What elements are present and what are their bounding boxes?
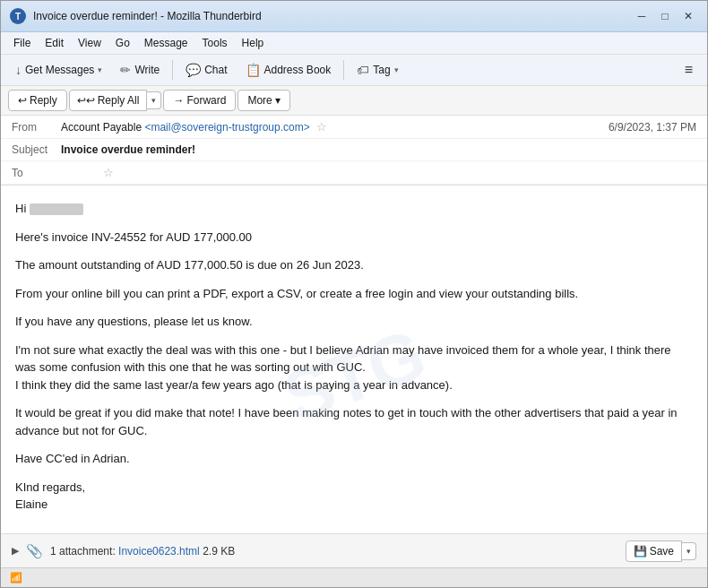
email-greeting: Hi (15, 200, 693, 218)
chat-icon: 💬 (186, 63, 201, 77)
from-star-icon[interactable]: ☆ (316, 120, 327, 134)
wifi-icon: 📶 (10, 572, 22, 584)
reply-all-button[interactable]: ↩↩ Reply All (69, 90, 148, 111)
menu-view[interactable]: View (71, 34, 108, 52)
from-value: Account Payable <mail@sovereign-trustgro… (61, 120, 609, 134)
reply-all-label: Reply All (98, 94, 140, 107)
email-signature: KInd regards,Elaine (15, 479, 693, 514)
menu-go[interactable]: Go (108, 34, 137, 52)
action-bar: ↩ Reply ↩↩ Reply All ▾ → Forward More ▾ (1, 86, 707, 116)
close-button[interactable]: ✕ (678, 6, 698, 26)
toolbar-separator-2 (343, 60, 344, 80)
more-dropdown-icon: ▾ (275, 94, 281, 107)
write-button[interactable]: ✏ Write (113, 59, 167, 81)
email-date: 6/9/2023, 1:37 PM (609, 121, 696, 134)
email-content-area: STG Hi Here's invoice INV-24552 for AUD … (1, 186, 707, 567)
menu-edit[interactable]: Edit (38, 34, 71, 52)
attachment-filename[interactable]: Invoice0623.html (118, 545, 203, 558)
forward-icon: → (173, 94, 184, 107)
attachment-paperclip-icon: 📎 (26, 543, 43, 559)
attachment-info: 1 attachment: Invoice0623.html 2.9 KB (50, 545, 235, 558)
maximize-icon: □ (661, 10, 668, 22)
save-dropdown-icon: ▾ (686, 547, 691, 556)
tag-button[interactable]: 🏷 Tag ▾ (350, 59, 405, 81)
to-row: To ☆ (1, 161, 707, 185)
save-label: Save (650, 545, 674, 558)
address-book-label: Address Book (264, 64, 332, 76)
expand-arrow-icon[interactable]: ▶ (12, 545, 19, 557)
email-line-2: The amount outstanding of AUD 177,000.50… (15, 256, 693, 274)
subject-text: Invoice overdue reminder! (61, 143, 195, 156)
subject-label: Subject (12, 143, 61, 156)
more-label: More (247, 94, 272, 107)
reply-all-dropdown-button[interactable]: ▾ (147, 91, 161, 109)
email-body: Hi Here's invoice INV-24552 for AUD 177,… (1, 186, 707, 533)
attachment-size: 2.9 KB (203, 545, 235, 558)
title-bar: T Invoice overdue reminder! - Mozilla Th… (1, 1, 707, 32)
more-button[interactable]: More ▾ (237, 90, 289, 111)
tag-icon: 🏷 (357, 63, 369, 77)
email-line-3: From your online bill you can print a PD… (15, 285, 693, 303)
to-star-icon[interactable]: ☆ (103, 166, 114, 179)
attachment-bar: ▶ 📎 1 attachment: Invoice0623.html 2.9 K… (1, 533, 707, 567)
email-line-5: I'm not sure what exactly the deal was w… (15, 342, 693, 394)
reply-button[interactable]: ↩ Reply (8, 90, 67, 111)
from-email: <mail@sovereign-trustgroup.com> (144, 121, 309, 134)
menu-message[interactable]: Message (137, 34, 195, 52)
attachment-left: ▶ 📎 1 attachment: Invoice0623.html 2.9 K… (12, 543, 235, 559)
email-header: From Account Payable <mail@sovereign-tru… (1, 116, 707, 186)
get-messages-button[interactable]: ↓ Get Messages ▾ (8, 59, 109, 81)
menu-bar: File Edit View Go Message Tools Help (1, 32, 707, 55)
write-icon: ✏ (120, 63, 131, 77)
title-bar-left: T Invoice overdue reminder! - Mozilla Th… (10, 8, 262, 24)
app-icon: T (10, 8, 26, 24)
hamburger-button[interactable]: ≡ (678, 58, 700, 82)
minimize-button[interactable]: ─ (632, 6, 652, 26)
get-messages-dropdown-icon: ▾ (98, 65, 102, 74)
status-bar: 📶 (1, 567, 707, 587)
toolbar: ↓ Get Messages ▾ ✏ Write 💬 Chat 📋 Addres… (1, 55, 707, 86)
email-line-6: It would be great if you did make that n… (15, 404, 693, 439)
maximize-button[interactable]: □ (655, 6, 675, 26)
close-icon: ✕ (684, 10, 693, 22)
menu-help[interactable]: Help (235, 34, 272, 52)
attachment-count: 1 attachment: (50, 545, 116, 558)
menu-file[interactable]: File (6, 34, 38, 52)
address-book-button[interactable]: 📋 Address Book (238, 59, 339, 81)
from-label: From (12, 121, 61, 134)
window-controls: ─ □ ✕ (632, 6, 698, 26)
subject-row: Subject Invoice overdue reminder! (1, 139, 707, 161)
to-address-blurred (61, 167, 97, 179)
tag-dropdown-icon: ▾ (394, 65, 399, 74)
reply-label: Reply (30, 94, 57, 107)
reply-icon: ↩ (18, 94, 27, 107)
chat-label: Chat (204, 64, 227, 76)
hamburger-icon: ≡ (685, 62, 693, 77)
tag-label: Tag (373, 64, 390, 76)
reply-all-split: ↩↩ Reply All ▾ (69, 90, 162, 111)
menu-tools[interactable]: Tools (195, 34, 235, 52)
save-button-split: 💾 Save ▾ (626, 540, 696, 562)
reply-all-dropdown-icon: ▾ (151, 96, 156, 105)
app-window: T Invoice overdue reminder! - Mozilla Th… (0, 0, 708, 588)
to-value: ☆ (61, 166, 696, 179)
email-line-4: If you have any questions, please let us… (15, 313, 693, 331)
subject-value: Invoice overdue reminder! (61, 143, 696, 156)
greeting-name-blurred (30, 203, 83, 215)
get-messages-icon: ↓ (15, 63, 22, 77)
minimize-icon: ─ (638, 10, 646, 22)
get-messages-label: Get Messages (25, 64, 94, 76)
email-line-1: Here's invoice INV-24552 for AUD 177,000… (15, 229, 693, 246)
save-button[interactable]: 💾 Save (626, 540, 682, 562)
address-book-icon: 📋 (246, 63, 261, 77)
from-row: From Account Payable <mail@sovereign-tru… (1, 116, 707, 139)
window-title: Invoice overdue reminder! - Mozilla Thun… (33, 10, 262, 22)
toolbar-separator-1 (172, 60, 173, 80)
write-label: Write (134, 64, 160, 76)
save-icon: 💾 (634, 545, 647, 558)
from-name: Account Payable (61, 121, 142, 134)
forward-button[interactable]: → Forward (163, 90, 236, 111)
email-line-7: Have CC'ed in Adrian. (15, 450, 693, 468)
chat-button[interactable]: 💬 Chat (178, 59, 234, 81)
save-dropdown-button[interactable]: ▾ (682, 542, 696, 560)
